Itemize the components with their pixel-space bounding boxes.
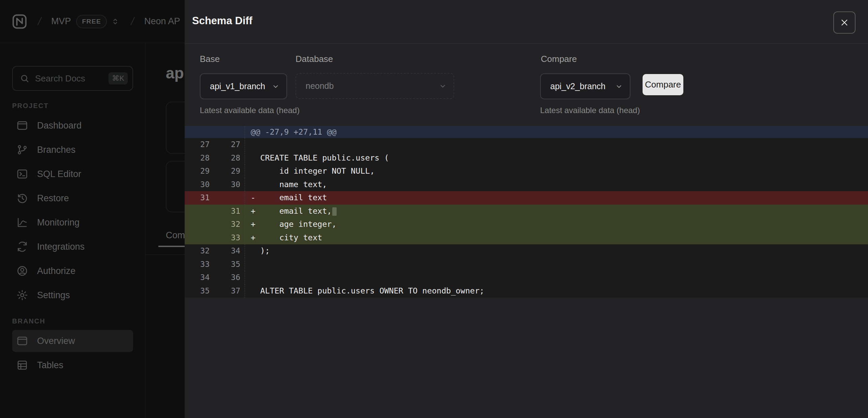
diff-row: 3537 ALTER TABLE public.users OWNER TO n… bbox=[185, 284, 868, 298]
old-line-number: 35 bbox=[185, 284, 212, 298]
diff-code-line bbox=[245, 138, 868, 151]
old-line-number bbox=[185, 231, 212, 245]
schema-diff-view: @@ -27,9 +27,11 @@2727 2828 CREATE TABLE… bbox=[185, 126, 868, 298]
old-line-number: 30 bbox=[185, 178, 212, 191]
database-value: neondb bbox=[306, 81, 334, 91]
compare-branch-select[interactable]: api_v2_branch bbox=[540, 73, 630, 99]
diff-code-line: + email text, bbox=[245, 205, 868, 218]
diff-code-line bbox=[245, 258, 868, 271]
new-line-number: 36 bbox=[212, 271, 245, 284]
new-line-number: 33 bbox=[212, 231, 245, 245]
base-branch-select[interactable]: api_v1_branch bbox=[200, 73, 287, 99]
compare-label: Compare bbox=[541, 54, 577, 64]
base-branch-value: api_v1_branch bbox=[210, 81, 265, 91]
diff-row: 2727 bbox=[185, 138, 868, 151]
schema-diff-modal: Schema Diff Base api_v1_branch Latest av… bbox=[185, 0, 868, 418]
app-root: / MVP FREE / Neon AP Search Docs ⌘K PROJ… bbox=[0, 0, 868, 418]
diff-row: 3436 bbox=[185, 271, 868, 284]
new-line-number: 34 bbox=[212, 244, 245, 258]
diff-code-line bbox=[245, 271, 868, 284]
diff-code-line: + city text bbox=[245, 231, 868, 245]
diff-code-line: id integer NOT NULL, bbox=[245, 165, 868, 178]
new-line-number: 28 bbox=[212, 151, 245, 165]
diff-code-line: ALTER TABLE public.users OWNER TO neondb… bbox=[245, 284, 868, 298]
old-line-number: 27 bbox=[185, 138, 212, 151]
old-line-number: 33 bbox=[185, 258, 212, 271]
old-line-number bbox=[185, 126, 212, 138]
diff-code-line: ); bbox=[245, 244, 868, 258]
chevron-down-icon bbox=[615, 82, 623, 91]
diff-row: 31- email text bbox=[185, 191, 868, 205]
diff-row: 3335 bbox=[185, 258, 868, 271]
compare-caption: Latest available data (head) bbox=[540, 106, 640, 115]
old-line-number bbox=[185, 205, 212, 218]
diff-row: 33+ city text bbox=[185, 231, 868, 245]
modal-title: Schema Diff bbox=[192, 15, 252, 27]
new-line-number: 30 bbox=[212, 178, 245, 191]
diff-row: 2929 id integer NOT NULL, bbox=[185, 165, 868, 178]
new-line-number: 32 bbox=[212, 218, 245, 231]
database-label: Database bbox=[296, 54, 333, 64]
database-select: neondb bbox=[296, 73, 454, 99]
diff-row: 3234 ); bbox=[185, 244, 868, 258]
diff-code-line: CREATE TABLE public.users ( bbox=[245, 151, 868, 165]
base-label: Base bbox=[200, 54, 220, 64]
close-button[interactable] bbox=[833, 11, 856, 34]
text-cursor bbox=[332, 207, 337, 216]
old-line-number: 31 bbox=[185, 191, 212, 205]
close-icon bbox=[839, 18, 849, 28]
chevron-down-icon bbox=[272, 82, 280, 91]
new-line-number: 29 bbox=[212, 165, 245, 178]
dim-overlay bbox=[0, 0, 185, 418]
new-line-number bbox=[212, 191, 245, 205]
diff-row: 2828 CREATE TABLE public.users ( bbox=[185, 151, 868, 165]
old-line-number: 32 bbox=[185, 244, 212, 258]
old-line-number: 28 bbox=[185, 151, 212, 165]
compare-button[interactable]: Compare bbox=[643, 74, 683, 95]
diff-code-line: + age integer, bbox=[245, 218, 868, 231]
diff-code-line: @@ -27,9 +27,11 @@ bbox=[245, 126, 868, 138]
new-line-number bbox=[212, 126, 245, 138]
diff-hunk-header: @@ -27,9 +27,11 @@ bbox=[185, 126, 868, 138]
diff-row: 31+ email text, bbox=[185, 205, 868, 218]
diff-code-line: name text, bbox=[245, 178, 868, 191]
diff-row: 3030 name text, bbox=[185, 178, 868, 191]
new-line-number: 37 bbox=[212, 284, 245, 298]
new-line-number: 31 bbox=[212, 205, 245, 218]
diff-row: 32+ age integer, bbox=[185, 218, 868, 231]
old-line-number bbox=[185, 218, 212, 231]
diff-code-line: - email text bbox=[245, 191, 868, 205]
compare-branch-value: api_v2_branch bbox=[550, 81, 606, 91]
modal-header: Schema Diff bbox=[185, 0, 868, 44]
base-caption: Latest available data (head) bbox=[200, 106, 300, 115]
new-line-number: 35 bbox=[212, 258, 245, 271]
chevron-down-icon bbox=[439, 82, 447, 90]
old-line-number: 34 bbox=[185, 271, 212, 284]
new-line-number: 27 bbox=[212, 138, 245, 151]
old-line-number: 29 bbox=[185, 165, 212, 178]
